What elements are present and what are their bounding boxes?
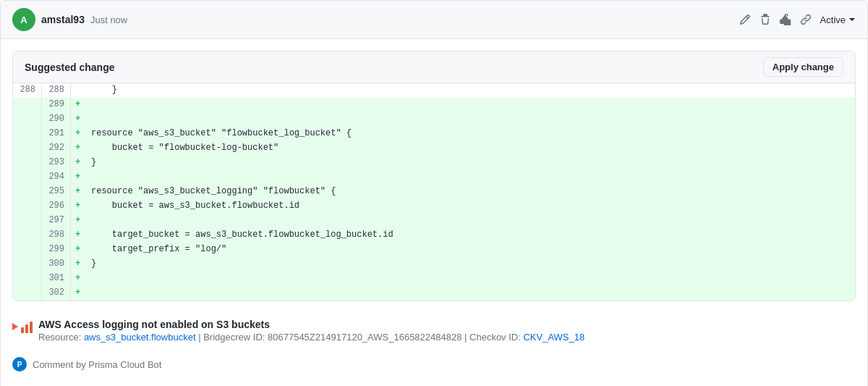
diff-marker: + (71, 272, 85, 286)
diff-content (85, 272, 855, 286)
diff-line: 291+resource "aws_s3_bucket" "flowbucket… (13, 127, 855, 141)
diff-content (85, 112, 855, 127)
line-num-old (13, 199, 42, 214)
diff-line: 293+} (13, 156, 855, 170)
severity-bars (21, 322, 33, 333)
severity-bar-2 (25, 324, 28, 333)
line-num-new: 299 (42, 243, 71, 257)
line-num-old (13, 112, 42, 127)
diff-marker: + (71, 243, 85, 257)
diff-content: bucket = aws_s3_bucket.flowbucket.id (85, 199, 855, 214)
diff-content: resource "aws_s3_bucket_logging" "flowbu… (85, 185, 855, 199)
diff-line: 296+ bucket = aws_s3_bucket.flowbucket.i… (13, 199, 855, 214)
diff-line: 300+} (13, 257, 855, 272)
line-num-old (13, 156, 42, 170)
diff-line: 289+ (13, 98, 855, 112)
line-num-old: 288 (13, 83, 42, 98)
diff-content: } (85, 257, 855, 272)
diff-marker: + (71, 156, 85, 170)
suggested-change-title: Suggested change (25, 62, 114, 73)
diff-content: target_prefix = "log/" (85, 243, 855, 257)
diff-marker: + (71, 199, 85, 214)
severity-bar-1 (21, 327, 24, 333)
line-num-old (13, 127, 42, 141)
username: amstal93 (41, 14, 85, 25)
diff-line: 295+resource "aws_s3_bucket_logging" "fl… (13, 185, 855, 199)
diff-content: target_bucket = aws_s3_bucket.flowbucket… (85, 228, 855, 243)
line-num-old (13, 141, 42, 156)
line-num-new: 292 (42, 141, 71, 156)
finding-title: AWS Access logging not enabled on S3 buc… (38, 319, 856, 330)
diff-content: bucket = "flowbucket-log-bucket" (85, 141, 855, 156)
status-badge[interactable]: Active (820, 14, 856, 25)
diff-marker: + (71, 286, 85, 301)
line-num-old (13, 272, 42, 286)
checkov-link[interactable]: CKV_AWS_18 (523, 332, 584, 343)
apply-change-button[interactable]: Apply change (763, 57, 843, 77)
diff-marker: + (71, 214, 85, 228)
edit-icon[interactable] (739, 14, 751, 25)
diff-marker: + (71, 257, 85, 272)
diff-line: 288288 } (13, 83, 855, 98)
line-num-new: 302 (42, 286, 71, 301)
diff-content: } (85, 83, 855, 98)
diff-marker: + (71, 112, 85, 127)
finding-details: AWS Access logging not enabled on S3 buc… (38, 319, 856, 343)
security-finding: AWS Access logging not enabled on S3 buc… (12, 313, 856, 348)
diff-line: 298+ target_bucket = aws_s3_bucket.flowb… (13, 228, 855, 243)
line-num-old (13, 98, 42, 112)
diff-marker: + (71, 185, 85, 199)
line-num-old (13, 257, 42, 272)
line-num-old (13, 228, 42, 243)
link-icon[interactable] (800, 14, 812, 25)
suggested-change-box: Suggested change Apply change 288288 }28… (12, 51, 856, 301)
diff-marker: + (71, 141, 85, 156)
triangle-icon (12, 323, 18, 330)
delete-icon[interactable] (760, 14, 771, 25)
comment-header: A amstal93 Just now Active (1, 1, 867, 39)
finding-meta: Resource: aws_s3_bucket.flowbucket | Bri… (38, 332, 856, 343)
diff-line: 297+ (13, 214, 855, 228)
resource-link[interactable]: aws_s3_bucket.flowbucket (84, 332, 196, 343)
diff-content: } (85, 156, 855, 170)
diff-content (85, 286, 855, 301)
diff-content (85, 98, 855, 112)
line-num-old (13, 170, 42, 185)
line-num-old (13, 243, 42, 257)
timestamp: Just now (90, 14, 127, 25)
code-diff: 288288 }289+290+291+resource "aws_s3_buc… (13, 83, 855, 301)
diff-line: 302+ (13, 286, 855, 301)
line-num-new: 290 (42, 112, 71, 127)
line-num-new: 301 (42, 272, 71, 286)
severity-bar-3 (30, 322, 33, 333)
bot-comment-text: Comment by Prisma Cloud Bot (33, 359, 161, 370)
line-num-new: 288 (42, 83, 71, 98)
diff-line: 294+ (13, 170, 855, 185)
line-num-old (13, 214, 42, 228)
suggested-change-header: Suggested change Apply change (13, 51, 855, 83)
line-num-new: 294 (42, 170, 71, 185)
diff-content (85, 170, 855, 185)
line-num-new: 296 (42, 199, 71, 214)
diff-line: 292+ bucket = "flowbucket-log-bucket" (13, 141, 855, 156)
diff-marker (71, 83, 85, 98)
diff-line: 290+ (13, 112, 855, 127)
comment-container: A amstal93 Just now Active (0, 0, 868, 386)
avatar: A (12, 8, 35, 31)
header-right: Active (739, 14, 856, 25)
bot-comment: P Comment by Prisma Cloud Bot (12, 357, 856, 372)
line-num-new: 295 (42, 185, 71, 199)
diff-line: 301+ (13, 272, 855, 286)
line-num-new: 297 (42, 214, 71, 228)
line-num-new: 291 (42, 127, 71, 141)
comment-body: Suggested change Apply change 288288 }28… (1, 39, 867, 386)
header-left: A amstal93 Just now (12, 8, 127, 31)
line-num-old (13, 286, 42, 301)
thumbsup-icon[interactable] (780, 14, 791, 25)
line-num-new: 300 (42, 257, 71, 272)
resource-label: Resource: (38, 332, 84, 343)
line-num-old (13, 185, 42, 199)
diff-marker: + (71, 170, 85, 185)
diff-line: 299+ target_prefix = "log/" (13, 243, 855, 257)
line-num-new: 293 (42, 156, 71, 170)
